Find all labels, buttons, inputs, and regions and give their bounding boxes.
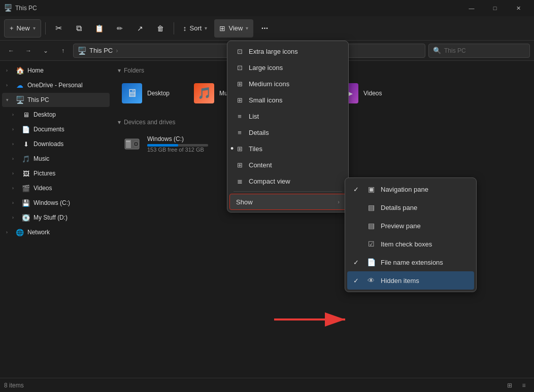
search-box[interactable]: 🔍 This PC [428,44,530,58]
folders-section-label: Folders [124,67,144,74]
sidebar-item-network[interactable]: › 🌐 Network [2,225,110,239]
sidebar-item-thispc-label: This PC [27,96,106,103]
window-title: This PC [15,5,37,12]
view-icon: ⊞ [219,24,225,32]
new-label: New [17,24,30,32]
mystuffd-chevron-icon: › [12,215,18,220]
large-icons-icon: ⊡ [236,64,244,72]
sidebar-item-pictures[interactable]: › 🖼 Pictures [2,166,110,181]
items-count: 8 items [4,382,24,389]
thispc-icon: 🖥️ [15,96,24,104]
nav-pane-icon: ▣ [366,185,376,193]
list-view-button[interactable]: ≡ [518,380,530,390]
sidebar-item-downloads-label: Downloads [34,140,106,148]
sidebar-item-documents-label: Documents [34,126,106,133]
recent-button[interactable]: ⌄ [39,44,53,58]
close-button[interactable]: ✕ [507,0,530,16]
view-small-icons[interactable]: ⊞ Small icons [229,92,346,108]
share-button[interactable]: ↗ [131,19,149,38]
sidebar-item-videos[interactable]: › 🎬 Videos [2,181,110,195]
sort-icon: ↕ [183,24,187,32]
sidebar-item-windows-c[interactable]: › 💾 Windows (C:) [2,196,110,210]
extra-large-icon: ⊡ [236,48,244,55]
show-preview-pane[interactable]: ▤ Preview pane [347,217,474,235]
sort-button[interactable]: ↕ Sort ▾ [178,19,213,38]
view-show[interactable]: Show › [229,194,346,210]
folder-desktop-label: Desktop [147,90,170,97]
windowsc-chevron-icon: › [12,200,18,205]
up-button[interactable]: ↑ [56,44,70,58]
paste-button[interactable]: 📋 [90,19,109,38]
title-bar: 🖥️ This PC — □ ✕ [0,0,534,16]
view-extra-large-icons[interactable]: ⊡ Extra large icons [229,43,346,59]
view-large-icons[interactable]: ⊡ Large icons [229,59,346,76]
sidebar-item-home-label: Home [27,67,106,74]
list-label: List [249,113,340,120]
app-icon: 🖥️ [4,4,12,12]
forward-button[interactable]: → [21,44,36,58]
new-button[interactable]: + New ▾ [4,19,41,38]
drives-chevron-icon: ▾ [118,119,121,126]
cut-button[interactable]: ✂ [50,19,68,38]
network-chevron-icon: › [6,230,12,235]
new-plus-icon: + [10,24,14,32]
toolbar-separator-2 [174,22,174,34]
details-pane-label: Details pane [381,204,468,211]
view-toggle-group: ⊞ ≡ [504,380,530,390]
nav-pane-label: Navigation pane [381,186,468,193]
svg-rect-5 [126,142,129,144]
show-file-extensions[interactable]: ✓ 📄 File name extensions [347,253,474,271]
sidebar-item-desktop[interactable]: › 🖥 Desktop [2,108,110,122]
small-icons-icon: ⊞ [236,96,244,104]
view-details[interactable]: ≡ Details [229,124,346,140]
more-button[interactable]: ··· [255,19,274,38]
back-button[interactable]: ← [4,44,18,58]
address-text: This PC [89,47,113,54]
view-label: View [228,24,243,32]
sidebar-item-documents[interactable]: › 📄 Documents [2,122,110,136]
music-thumb: 🎵 [194,83,214,103]
folders-chevron-icon: ▾ [118,67,121,74]
sort-label: Sort [190,24,202,32]
sidebar-item-downloads[interactable]: › ⬇ Downloads [2,137,110,151]
view-button[interactable]: ⊞ View ▾ [214,19,253,38]
documents-icon: 📄 [21,126,30,133]
rename-button[interactable]: ✏ [111,19,129,38]
view-content[interactable]: ⊞ Content [229,157,346,173]
home-icon: 🏠 [15,66,24,75]
tiles-icon: ⊞ [236,145,244,153]
show-hidden-items[interactable]: ✓ 👁 Hidden items [347,271,474,290]
sidebar-item-thispc[interactable]: ▾ 🖥️ This PC [2,93,110,107]
copy-button[interactable]: ⧉ [70,19,88,38]
view-tiles[interactable]: ⊞ Tiles [229,140,346,157]
view-medium-icons[interactable]: ⊞ Medium icons [229,76,346,92]
maximize-button[interactable]: □ [483,0,507,16]
hidden-items-label: Hidden items [381,277,468,284]
delete-button[interactable]: 🗑 [151,19,170,38]
preview-pane-icon: ▤ [366,222,376,230]
new-chevron-icon: ▾ [33,25,36,31]
folder-desktop[interactable]: 🖥 Desktop [118,78,184,109]
sidebar-item-home[interactable]: › 🏠 Home [2,63,110,78]
details-pane-icon: ▤ [366,203,376,211]
minimize-button[interactable]: — [460,0,483,16]
network-icon: 🌐 [15,229,24,236]
view-compact[interactable]: ≣ Compact view [229,173,346,189]
file-ext-label: File name extensions [381,259,468,266]
downloads-icon: ⬇ [21,140,30,148]
music-icon: 🎵 [21,155,30,163]
show-details-pane[interactable]: ▤ Details pane [347,198,474,217]
sidebar-item-music[interactable]: › 🎵 Music [2,152,110,166]
view-list[interactable]: ≡ List [229,108,346,124]
search-placeholder: This PC [444,47,466,54]
sidebar-item-onedrive[interactable]: › ☁ OneDrive - Personal [2,78,110,92]
sidebar-item-mystuff-d[interactable]: › 💽 My Stuff (D:) [2,210,110,225]
details-label: Details [249,129,340,136]
grid-view-button[interactable]: ⊞ [504,380,516,390]
sidebar-item-windowsc-label: Windows (C:) [34,199,106,206]
view-dropdown: ⊡ Extra large icons ⊡ Large icons ⊞ Medi… [227,41,349,212]
sidebar-item-music-label: Music [34,155,106,162]
show-navigation-pane[interactable]: ✓ ▣ Navigation pane [347,180,474,198]
show-item-checkboxes[interactable]: ☑ Item check boxes [347,235,474,253]
documents-chevron-icon: › [12,127,18,132]
